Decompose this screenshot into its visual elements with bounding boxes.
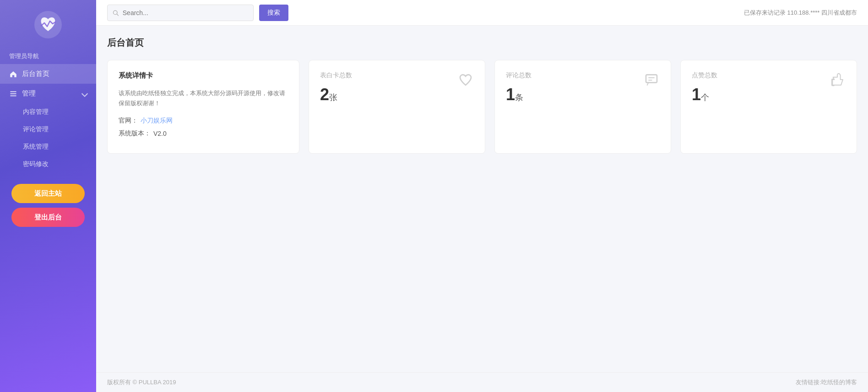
sidebar-item-content[interactable]: 内容管理	[0, 103, 96, 121]
stat-value-comment: 1条	[506, 85, 660, 104]
dashboard-cards: 系统详情卡 该系统由吃纸怪独立完成，本系统大部分源码开源使用，修改请保留版权谢谢…	[107, 60, 857, 154]
search-input[interactable]	[123, 9, 249, 16]
stat-value-like: 1个	[692, 85, 846, 104]
sidebar-manage-header[interactable]: 管理	[0, 84, 96, 103]
copyright: 版权所有 © PULLBA 2019	[107, 378, 176, 387]
visit-info: 已保存来访记录 110.188.**** 四川省成都市	[744, 9, 857, 17]
sidebar-item-comment[interactable]: 评论管理	[0, 121, 96, 138]
version-label: 系统版本：	[119, 129, 151, 138]
logout-button[interactable]: 登出后台	[11, 208, 85, 227]
stat-card-comment: 评论总数 1条	[494, 60, 671, 154]
system-card-title: 系统详情卡	[119, 71, 288, 80]
sidebar-manage-section: 管理 内容管理 评论管理 系统管理 密码修改	[0, 84, 96, 173]
search-wrapper	[107, 5, 254, 21]
chevron-down-icon	[81, 90, 88, 97]
svg-line-5	[117, 14, 118, 15]
sidebar-manage-label: 管理	[22, 89, 36, 98]
stat-unit-whiteboard: 张	[329, 93, 337, 102]
stat-value-whiteboard: 2张	[320, 85, 474, 104]
password-change-label: 密码修改	[23, 160, 49, 167]
stat-card-whiteboard: 表白卡总数 2张	[309, 60, 485, 154]
sidebar-home-label: 后台首页	[22, 70, 49, 78]
page-title: 后台首页	[107, 37, 857, 49]
home-icon	[9, 70, 17, 78]
stat-unit-like: 个	[701, 93, 709, 102]
sidebar-item-system[interactable]: 系统管理	[0, 138, 96, 156]
sidebar-sub-items: 内容管理 评论管理 系统管理 密码修改	[0, 103, 96, 173]
sidebar: 管理员导航 后台首页 管理 内容管理 评论管理 系统管理	[0, 0, 96, 392]
system-card-desc: 该系统由吃纸怪独立完成，本系统大部分源码开源使用，修改请保留版权谢谢！	[119, 88, 288, 108]
search-icon	[112, 9, 119, 16]
system-website-row: 官网： 小刀娱乐网	[119, 117, 288, 125]
system-mgmt-label: 系统管理	[23, 143, 49, 150]
page-content: 后台首页 系统详情卡 该系统由吃纸怪独立完成，本系统大部分源码开源使用，修改请保…	[96, 26, 868, 372]
search-button[interactable]: 搜索	[259, 5, 288, 21]
comment-icon-wrapper	[643, 71, 660, 88]
comment-mgmt-label: 评论管理	[23, 125, 49, 133]
stat-card-like: 点赞总数 1个	[680, 60, 857, 154]
footer-links: 友情链接:吃纸怪的博客	[796, 378, 857, 387]
system-version-row: 系统版本： V2.0	[119, 129, 288, 138]
sidebar-item-password[interactable]: 密码修改	[0, 156, 96, 173]
website-label: 官网：	[119, 117, 138, 125]
heart-icon	[458, 72, 473, 87]
return-site-button[interactable]: 返回主站	[11, 184, 85, 203]
svg-rect-6	[646, 75, 657, 82]
content-mgmt-label: 内容管理	[23, 108, 49, 115]
logo-area	[34, 11, 62, 38]
stat-label-comment: 评论总数	[506, 71, 660, 80]
sidebar-item-home[interactable]: 后台首页	[0, 64, 96, 84]
stat-label-like: 点赞总数	[692, 71, 846, 80]
header: 搜索 已保存来访记录 110.188.**** 四川省成都市	[96, 0, 868, 26]
version-value: V2.0	[153, 130, 167, 137]
footer: 版权所有 © PULLBA 2019 友情链接:吃纸怪的博客	[96, 372, 868, 392]
heart-icon-wrapper	[457, 71, 474, 88]
stat-unit-comment: 条	[515, 93, 523, 102]
main-content: 搜索 已保存来访记录 110.188.**** 四川省成都市 后台首页 系统详情…	[96, 0, 868, 392]
stat-label-whiteboard: 表白卡总数	[320, 71, 474, 80]
list-icon	[9, 90, 17, 98]
like-icon	[830, 72, 845, 87]
comment-icon	[644, 72, 659, 87]
admin-nav-label: 管理员导航	[9, 52, 39, 60]
like-icon-wrapper	[829, 71, 846, 88]
system-card: 系统详情卡 该系统由吃纸怪独立完成，本系统大部分源码开源使用，修改请保留版权谢谢…	[107, 60, 299, 154]
website-link[interactable]: 小刀娱乐网	[141, 117, 173, 125]
logo-icon	[34, 11, 62, 38]
